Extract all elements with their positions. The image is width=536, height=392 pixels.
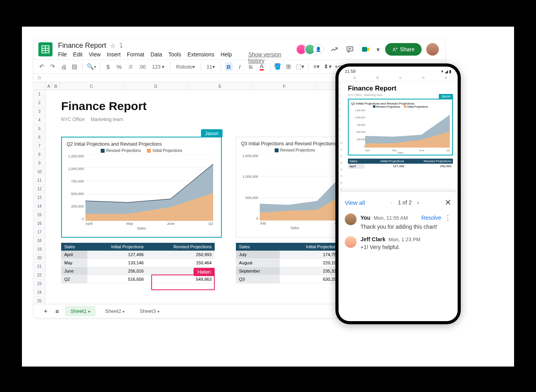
- row-header[interactable]: 1: [34, 90, 45, 99]
- subtitle: Marketing team: [91, 117, 123, 122]
- view-all-link[interactable]: View all: [345, 199, 365, 206]
- all-sheets-icon[interactable]: ≡: [53, 307, 61, 316]
- row-header[interactable]: 24: [34, 288, 45, 297]
- comment-author: Jeff Clark: [360, 236, 386, 242]
- row-header[interactable]: 19: [34, 245, 45, 254]
- profile-avatar[interactable]: [426, 43, 439, 56]
- print-icon[interactable]: 🖨: [60, 62, 67, 71]
- row-header[interactable]: 17: [34, 228, 45, 237]
- more-formats-dropdown[interactable]: 123 ▾: [150, 62, 166, 71]
- font-size-dropdown[interactable]: 11 ▾: [205, 62, 216, 71]
- strikethrough-icon[interactable]: S: [247, 62, 255, 71]
- sheets-logo-icon[interactable]: [38, 42, 53, 56]
- paint-format-icon[interactable]: ▤: [71, 62, 78, 71]
- mobile-table[interactable]: SalesInitial ProjectionsRevised Projecti…: [348, 159, 453, 169]
- chart-q2[interactable]: Q2 Initial Projections and Revised Proje…: [61, 137, 222, 238]
- legend-item: Revised Projections: [101, 148, 141, 153]
- col-header[interactable]: B: [53, 82, 60, 90]
- row-header[interactable]: 8: [34, 150, 45, 159]
- meet-dropdown-icon[interactable]: ▾: [376, 44, 380, 55]
- collaborator-avatars[interactable]: 👤: [298, 44, 324, 55]
- row-header[interactable]: 20: [34, 254, 45, 262]
- more-icon[interactable]: ⋮: [444, 213, 451, 222]
- row-header[interactable]: 7: [34, 142, 45, 150]
- row-header[interactable]: 4: [34, 116, 45, 125]
- comment-text: +1! Very helpful.: [360, 244, 451, 250]
- row-header[interactable]: 23: [34, 280, 45, 288]
- sheet-tab[interactable]: Sheet1▾: [65, 306, 96, 316]
- avatar-anonymous[interactable]: 👤: [313, 44, 324, 55]
- svg-marker-8: [367, 47, 369, 51]
- svg-rect-4: [347, 47, 353, 51]
- share-button[interactable]: Share: [385, 43, 422, 56]
- row-header[interactable]: 16: [34, 219, 45, 228]
- doc-title[interactable]: Finance Report: [58, 42, 106, 50]
- row-header[interactable]: 18: [34, 237, 45, 245]
- sheet-tab[interactable]: Sheet2▾: [100, 306, 130, 316]
- row-header[interactable]: 6: [34, 133, 45, 142]
- mobile-time: 11:58: [345, 69, 356, 74]
- legend-item: Revised Projections: [275, 148, 315, 152]
- signal-icon: ◢: [445, 69, 448, 74]
- sheet-content: Finance Report NYC Office Marketing team: [61, 99, 147, 122]
- col-header[interactable]: A: [45, 82, 53, 90]
- decrease-decimal-icon[interactable]: .0: [126, 62, 134, 71]
- row-header[interactable]: 10: [34, 168, 45, 176]
- comment: You Mon, 11:55 AM Resolve ⋮ Thank you fo…: [345, 213, 451, 230]
- merge-cells-icon[interactable]: ⬚▾: [296, 62, 304, 71]
- col-header[interactable]: F: [252, 82, 317, 90]
- area-chart-svg: [85, 154, 213, 221]
- currency-icon[interactable]: $: [104, 62, 112, 71]
- row-header[interactable]: 3: [34, 107, 45, 116]
- text-color-icon[interactable]: A: [258, 62, 266, 71]
- battery-icon: ▮: [449, 69, 451, 74]
- row-header[interactable]: 14: [34, 202, 45, 211]
- fill-color-icon[interactable]: 🪣: [274, 62, 282, 71]
- mobile-statusbar: 11:58 ▾ ◢ ▮: [339, 67, 458, 76]
- bold-icon[interactable]: B: [225, 62, 233, 71]
- h-align-icon[interactable]: ≡▾: [313, 62, 321, 71]
- row-header[interactable]: 12: [34, 185, 45, 193]
- prev-comment-icon[interactable]: ‹: [391, 199, 393, 206]
- sheet-tab[interactable]: Sheet3▾: [134, 306, 165, 316]
- close-icon[interactable]: ✕: [445, 198, 451, 207]
- col-header[interactable]: E: [188, 82, 252, 90]
- undo-icon[interactable]: ↶: [38, 62, 45, 71]
- row-header[interactable]: 11: [34, 176, 45, 185]
- borders-icon[interactable]: ⊞: [285, 62, 293, 71]
- avatar: [345, 213, 357, 225]
- add-sheet-icon[interactable]: ＋: [42, 307, 49, 316]
- next-comment-icon[interactable]: ›: [417, 199, 419, 206]
- font-dropdown[interactable]: Roboto ▾: [174, 62, 197, 71]
- mobile-chart-q2[interactable]: Jason Q2 Initial Projections and Revised…: [348, 99, 453, 155]
- collaborator-tag-jason: Jason: [201, 129, 223, 137]
- avatar: [345, 236, 357, 248]
- v-align-icon[interactable]: ⬍▾: [324, 62, 332, 71]
- percent-icon[interactable]: %: [115, 62, 123, 71]
- increase-decimal-icon[interactable]: .00: [137, 62, 147, 71]
- row-header[interactable]: 15: [34, 211, 45, 219]
- col-header[interactable]: C: [60, 82, 124, 90]
- move-to-folder-icon[interactable]: ⤵: [120, 42, 123, 49]
- collaborator-tag-jason: Jason: [439, 94, 453, 99]
- col-header[interactable]: D: [124, 82, 188, 90]
- wifi-icon: ▾: [441, 69, 444, 74]
- resolve-link[interactable]: Resolve: [421, 215, 441, 221]
- row-header[interactable]: 2: [34, 99, 45, 107]
- row-header[interactable]: 21: [34, 262, 45, 271]
- redo-icon[interactable]: ↷: [49, 62, 56, 71]
- row-header[interactable]: 5: [34, 125, 45, 133]
- row-header[interactable]: 9: [34, 159, 45, 168]
- mobile-sheet-content[interactable]: 123456789101112131415161718 Finance Repo…: [339, 81, 458, 172]
- titlebar: Finance Report ☆ ⤵ File Edit View Insert…: [34, 38, 445, 60]
- star-icon[interactable]: ☆: [110, 42, 116, 49]
- zoom-icon[interactable]: 🔍▾: [87, 62, 96, 71]
- activity-icon[interactable]: [329, 44, 340, 55]
- comment-icon[interactable]: [344, 44, 355, 55]
- italic-icon[interactable]: I: [236, 62, 244, 71]
- row-header[interactable]: 22: [34, 271, 45, 280]
- share-label: Share: [400, 46, 415, 52]
- row-header[interactable]: 13: [34, 193, 45, 202]
- comment-time: Mon, 1:23 PM: [389, 237, 420, 242]
- meet-icon[interactable]: [360, 44, 371, 55]
